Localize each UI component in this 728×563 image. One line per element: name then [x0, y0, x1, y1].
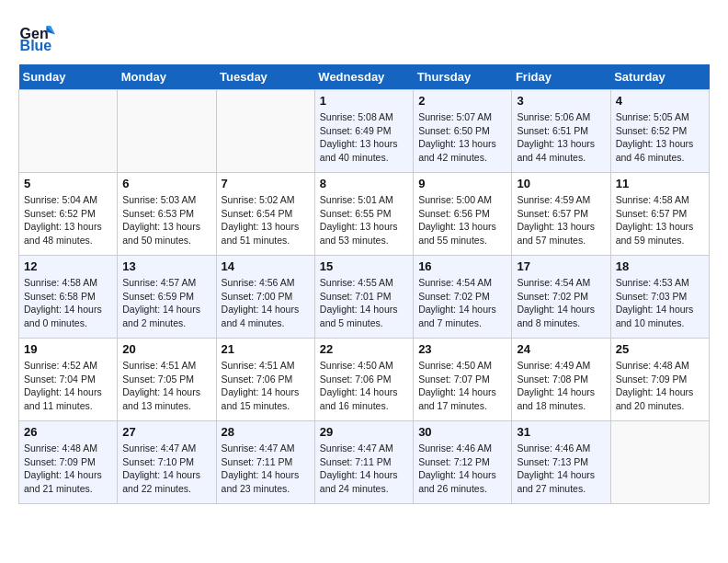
day-number: 28	[222, 425, 310, 439]
calendar-cell	[216, 90, 314, 173]
day-info: Sunrise: 4:48 AM Sunset: 7:09 PM Dayligh…	[24, 442, 112, 496]
day-info: Sunrise: 5:06 AM Sunset: 6:51 PM Dayligh…	[517, 110, 605, 165]
calendar-cell: 15Sunrise: 4:55 AM Sunset: 7:01 PM Dayli…	[314, 256, 413, 339]
calendar-cell	[610, 421, 709, 504]
day-info: Sunrise: 5:00 AM Sunset: 6:56 PM Dayligh…	[418, 193, 506, 247]
calendar-cell: 19Sunrise: 4:52 AM Sunset: 7:04 PM Dayli…	[19, 339, 118, 421]
calendar-cell: 3Sunrise: 5:06 AM Sunset: 6:51 PM Daylig…	[512, 90, 610, 173]
day-number: 27	[122, 425, 210, 439]
calendar-cell: 23Sunrise: 4:50 AM Sunset: 7:07 PM Dayli…	[414, 339, 512, 421]
calendar-cell: 26Sunrise: 4:48 AM Sunset: 7:09 PM Dayli…	[19, 421, 118, 504]
day-info: Sunrise: 4:52 AM Sunset: 7:04 PM Dayligh…	[24, 359, 112, 413]
calendar-cell: 28Sunrise: 4:47 AM Sunset: 7:11 PM Dayli…	[216, 421, 314, 504]
calendar-cell: 8Sunrise: 5:01 AM Sunset: 6:55 PM Daylig…	[314, 173, 413, 256]
day-info: Sunrise: 4:58 AM Sunset: 6:57 PM Dayligh…	[616, 193, 704, 247]
day-info: Sunrise: 4:46 AM Sunset: 7:13 PM Dayligh…	[517, 442, 605, 496]
calendar-cell: 10Sunrise: 4:59 AM Sunset: 6:57 PM Dayli…	[512, 173, 610, 256]
calendar-week-5: 26Sunrise: 4:48 AM Sunset: 7:09 PM Dayli…	[19, 421, 710, 504]
day-number: 7	[222, 177, 310, 190]
day-info: Sunrise: 5:04 AM Sunset: 6:52 PM Dayligh…	[24, 193, 112, 247]
weekday-header-row: SundayMondayTuesdayWednesdayThursdayFrid…	[19, 64, 710, 90]
day-info: Sunrise: 4:59 AM Sunset: 6:57 PM Dayligh…	[517, 193, 605, 247]
weekday-header-sunday: Sunday	[19, 64, 118, 90]
calendar-week-1: 1Sunrise: 5:08 AM Sunset: 6:49 PM Daylig…	[19, 90, 710, 173]
day-info: Sunrise: 5:08 AM Sunset: 6:49 PM Dayligh…	[320, 110, 408, 165]
calendar-cell: 22Sunrise: 4:50 AM Sunset: 7:06 PM Dayli…	[314, 339, 413, 421]
calendar-cell: 24Sunrise: 4:49 AM Sunset: 7:08 PM Dayli…	[512, 339, 610, 421]
calendar-cell: 14Sunrise: 4:56 AM Sunset: 7:00 PM Dayli…	[216, 256, 314, 339]
day-number: 20	[122, 342, 210, 356]
calendar-cell: 4Sunrise: 5:05 AM Sunset: 6:52 PM Daylig…	[610, 90, 709, 173]
day-info: Sunrise: 4:47 AM Sunset: 7:11 PM Dayligh…	[320, 442, 408, 496]
calendar-cell: 27Sunrise: 4:47 AM Sunset: 7:10 PM Dayli…	[118, 421, 216, 504]
day-number: 30	[418, 425, 506, 439]
calendar-cell	[19, 90, 118, 173]
day-number: 25	[616, 342, 704, 356]
calendar-table: SundayMondayTuesdayWednesdayThursdayFrid…	[18, 64, 710, 504]
day-number: 16	[418, 259, 506, 273]
calendar-cell: 18Sunrise: 4:53 AM Sunset: 7:03 PM Dayli…	[610, 256, 709, 339]
calendar-cell: 9Sunrise: 5:00 AM Sunset: 6:56 PM Daylig…	[414, 173, 512, 256]
day-number: 15	[320, 259, 408, 273]
day-number: 1	[320, 94, 408, 108]
day-number: 4	[616, 94, 704, 108]
calendar-cell: 7Sunrise: 5:02 AM Sunset: 6:54 PM Daylig…	[216, 173, 314, 256]
calendar-cell: 13Sunrise: 4:57 AM Sunset: 6:59 PM Dayli…	[118, 256, 216, 339]
day-info: Sunrise: 4:56 AM Sunset: 7:00 PM Dayligh…	[222, 276, 310, 330]
weekday-header-friday: Friday	[512, 64, 610, 90]
day-info: Sunrise: 5:01 AM Sunset: 6:55 PM Dayligh…	[320, 193, 408, 247]
day-number: 31	[517, 425, 605, 439]
day-info: Sunrise: 4:50 AM Sunset: 7:06 PM Dayligh…	[320, 359, 408, 413]
day-number: 10	[517, 177, 605, 190]
calendar-cell: 1Sunrise: 5:08 AM Sunset: 6:49 PM Daylig…	[314, 90, 413, 173]
calendar-week-2: 5Sunrise: 5:04 AM Sunset: 6:52 PM Daylig…	[19, 173, 710, 256]
weekday-header-thursday: Thursday	[414, 64, 512, 90]
day-number: 23	[418, 342, 506, 356]
day-number: 14	[222, 259, 310, 273]
calendar-cell: 29Sunrise: 4:47 AM Sunset: 7:11 PM Dayli…	[314, 421, 413, 504]
logo-icon: Gen Blue	[18, 18, 55, 55]
calendar-week-4: 19Sunrise: 4:52 AM Sunset: 7:04 PM Dayli…	[19, 339, 710, 421]
day-number: 6	[122, 177, 210, 190]
weekday-header-saturday: Saturday	[610, 64, 709, 90]
day-info: Sunrise: 5:07 AM Sunset: 6:50 PM Dayligh…	[418, 110, 506, 165]
calendar-cell: 6Sunrise: 5:03 AM Sunset: 6:53 PM Daylig…	[118, 173, 216, 256]
weekday-header-wednesday: Wednesday	[314, 64, 413, 90]
calendar-cell: 20Sunrise: 4:51 AM Sunset: 7:05 PM Dayli…	[118, 339, 216, 421]
calendar-cell: 17Sunrise: 4:54 AM Sunset: 7:02 PM Dayli…	[512, 256, 610, 339]
calendar-cell: 16Sunrise: 4:54 AM Sunset: 7:02 PM Dayli…	[414, 256, 512, 339]
day-info: Sunrise: 5:05 AM Sunset: 6:52 PM Dayligh…	[616, 110, 704, 165]
day-number: 17	[517, 259, 605, 273]
day-number: 26	[24, 425, 112, 439]
day-number: 29	[320, 425, 408, 439]
day-info: Sunrise: 4:54 AM Sunset: 7:02 PM Dayligh…	[517, 276, 605, 330]
calendar-cell: 30Sunrise: 4:46 AM Sunset: 7:12 PM Dayli…	[414, 421, 512, 504]
calendar-cell: 12Sunrise: 4:58 AM Sunset: 6:58 PM Dayli…	[19, 256, 118, 339]
logo: Gen Blue	[18, 18, 59, 55]
day-info: Sunrise: 4:54 AM Sunset: 7:02 PM Dayligh…	[418, 276, 506, 330]
calendar-week-3: 12Sunrise: 4:58 AM Sunset: 6:58 PM Dayli…	[19, 256, 710, 339]
svg-text:Blue: Blue	[20, 38, 52, 53]
calendar-cell: 2Sunrise: 5:07 AM Sunset: 6:50 PM Daylig…	[414, 90, 512, 173]
day-number: 21	[222, 342, 310, 356]
day-info: Sunrise: 4:51 AM Sunset: 7:05 PM Dayligh…	[122, 359, 210, 413]
day-info: Sunrise: 4:50 AM Sunset: 7:07 PM Dayligh…	[418, 359, 506, 413]
calendar-cell: 11Sunrise: 4:58 AM Sunset: 6:57 PM Dayli…	[610, 173, 709, 256]
day-info: Sunrise: 4:58 AM Sunset: 6:58 PM Dayligh…	[24, 276, 112, 330]
page-header: Gen Blue	[18, 18, 710, 55]
calendar-cell: 5Sunrise: 5:04 AM Sunset: 6:52 PM Daylig…	[19, 173, 118, 256]
calendar-cell: 21Sunrise: 4:51 AM Sunset: 7:06 PM Dayli…	[216, 339, 314, 421]
day-info: Sunrise: 4:46 AM Sunset: 7:12 PM Dayligh…	[418, 442, 506, 496]
day-number: 5	[24, 177, 112, 190]
day-info: Sunrise: 4:47 AM Sunset: 7:10 PM Dayligh…	[122, 442, 210, 496]
day-number: 18	[616, 259, 704, 273]
calendar-cell: 25Sunrise: 4:48 AM Sunset: 7:09 PM Dayli…	[610, 339, 709, 421]
day-number: 24	[517, 342, 605, 356]
day-number: 9	[418, 177, 506, 190]
day-info: Sunrise: 5:02 AM Sunset: 6:54 PM Dayligh…	[222, 193, 310, 247]
day-number: 11	[616, 177, 704, 190]
day-info: Sunrise: 4:51 AM Sunset: 7:06 PM Dayligh…	[222, 359, 310, 413]
day-info: Sunrise: 4:53 AM Sunset: 7:03 PM Dayligh…	[616, 276, 704, 330]
weekday-header-monday: Monday	[118, 64, 216, 90]
day-number: 3	[517, 94, 605, 108]
